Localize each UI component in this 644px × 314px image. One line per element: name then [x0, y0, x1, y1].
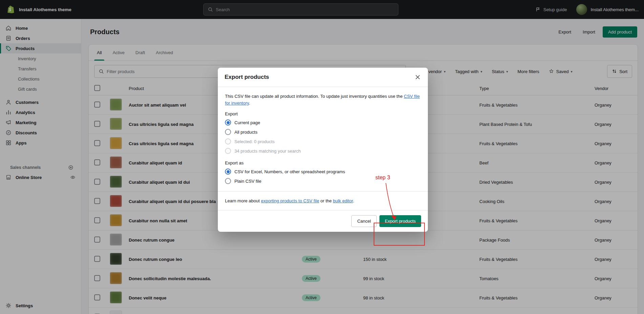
- close-icon[interactable]: [414, 74, 421, 81]
- modal-title: Export products: [225, 74, 269, 81]
- radio-csv-excel[interactable]: CSV for Excel, Numbers, or other spreads…: [225, 167, 421, 176]
- modal-description-text: This CSV file can update all product inf…: [225, 94, 402, 99]
- export-group-label: Export: [225, 111, 421, 116]
- export-as-group-label: Export as: [225, 160, 421, 165]
- bulk-editor-link[interactable]: bulk editor: [333, 198, 353, 203]
- radio-label: All products: [234, 130, 257, 135]
- modal-body: This CSV file can update all product inf…: [218, 87, 428, 191]
- learn-more-prefix: Learn more about: [225, 198, 261, 203]
- radio-disabled-icon: [225, 138, 231, 144]
- learn-more-middle: or the: [319, 198, 333, 203]
- modal-description-period: .: [249, 100, 250, 106]
- radio-icon: [225, 129, 231, 135]
- radio-icon: [225, 178, 231, 184]
- radio-label: Current page: [234, 120, 260, 125]
- radio-selected-products: Selected: 0 products: [225, 137, 421, 146]
- radio-label: CSV for Excel, Numbers, or other spreads…: [234, 169, 345, 174]
- radio-label: 34 products matching your search: [234, 149, 301, 154]
- export-products-modal: Export products This CSV file can update…: [218, 68, 428, 232]
- radio-label: Plain CSV file: [234, 179, 261, 184]
- modal-header: Export products: [218, 68, 428, 87]
- radio-selected-icon: [225, 169, 231, 175]
- radio-label: Selected: 0 products: [234, 139, 275, 144]
- exporting-products-link[interactable]: exporting products to CSV file: [261, 198, 319, 203]
- radio-selected-icon: [225, 119, 231, 126]
- modal-learn-more: Learn more about exporting products to C…: [218, 191, 428, 210]
- radio-disabled-icon: [225, 148, 231, 154]
- learn-more-suffix: .: [353, 198, 354, 203]
- radio-current-page[interactable]: Current page: [225, 118, 421, 127]
- radio-plain-csv[interactable]: Plain CSV file: [225, 176, 421, 186]
- radio-matching-search: 34 products matching your search: [225, 146, 421, 156]
- modal-description: This CSV file can update all product inf…: [225, 93, 421, 107]
- modal-footer: Cancel Export products: [218, 210, 428, 232]
- cancel-button[interactable]: Cancel: [351, 215, 376, 227]
- radio-all-products[interactable]: All products: [225, 127, 421, 137]
- export-products-button[interactable]: Export products: [379, 215, 421, 227]
